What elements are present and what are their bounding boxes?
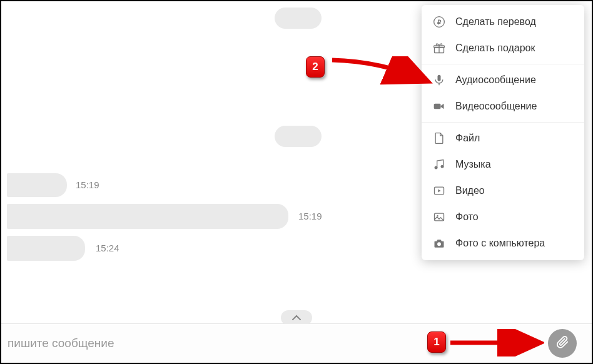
videocam-icon	[433, 99, 449, 113]
svg-point-8	[435, 166, 438, 169]
menu-item-label: Видео	[455, 185, 485, 196]
annotation-badge-1: 1	[427, 331, 446, 353]
menu-item-transfer[interactable]: ₽ Сделать перевод	[422, 9, 584, 35]
svg-rect-7	[434, 104, 441, 109]
svg-rect-5	[438, 75, 441, 81]
menu-item-music[interactable]: Музыка	[422, 151, 584, 178]
file-icon	[433, 131, 449, 145]
message-bubble	[7, 173, 67, 197]
message-bubble	[7, 204, 288, 229]
music-icon	[433, 158, 449, 171]
menu-item-video[interactable]: Видео	[422, 178, 584, 204]
svg-text:₽: ₽	[437, 19, 442, 26]
message-timestamp: 15:24	[96, 243, 119, 253]
menu-item-label: Фото с компьютера	[455, 238, 545, 249]
message-input-bar	[1, 324, 592, 363]
menu-separator	[422, 64, 584, 64]
gift-icon	[433, 41, 449, 55]
menu-item-photo[interactable]: Фото	[422, 204, 584, 230]
message-input[interactable]	[1, 336, 538, 350]
svg-point-9	[441, 165, 444, 168]
mic-icon	[433, 73, 449, 87]
message-bubble	[275, 126, 322, 147]
attach-button[interactable]	[548, 329, 577, 358]
svg-point-13	[437, 242, 441, 246]
menu-item-label: Сделать перевод	[455, 16, 536, 28]
menu-item-file[interactable]: Файл	[422, 125, 584, 151]
menu-item-label: Сделать подарок	[455, 43, 535, 54]
menu-item-videomsg[interactable]: Видеосообщение	[422, 93, 584, 119]
camera-icon	[433, 236, 449, 250]
photo-icon	[433, 210, 449, 224]
message-bubble	[275, 8, 322, 29]
menu-item-photo-pc[interactable]: Фото с компьютера	[422, 230, 584, 256]
menu-item-label: Видеосообщение	[455, 101, 537, 112]
menu-item-label: Фото	[455, 211, 479, 223]
menu-item-audio[interactable]: Аудиосообщение	[422, 67, 584, 93]
attach-menu: ₽ Сделать перевод Сделать подарок Аудиос…	[422, 5, 584, 260]
video-icon	[433, 184, 449, 198]
paperclip-icon	[555, 335, 569, 351]
menu-item-gift[interactable]: Сделать подарок	[422, 35, 584, 61]
message-timestamp: 15:19	[298, 211, 322, 221]
chevron-up-icon	[292, 313, 301, 323]
ruble-icon: ₽	[433, 15, 449, 29]
message-bubble	[7, 236, 85, 261]
menu-item-label: Аудиосообщение	[455, 74, 536, 86]
menu-separator	[422, 122, 584, 123]
message-timestamp: 15:19	[76, 179, 99, 190]
annotation-badge-2: 2	[306, 56, 325, 78]
menu-item-label: Музыка	[455, 159, 491, 170]
menu-item-label: Файл	[455, 133, 480, 144]
collapse-button[interactable]	[281, 310, 312, 325]
